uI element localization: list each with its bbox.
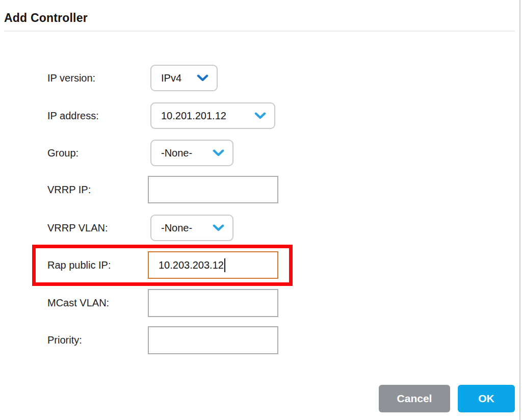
vrrp-ip-label: VRRP IP: <box>47 176 91 203</box>
page-title: Add Controller <box>4 11 88 25</box>
rap-public-ip-input[interactable]: 10.203.203.12 <box>148 251 278 279</box>
chevron-down-icon <box>254 112 266 119</box>
vrrp-vlan-select[interactable]: -None- <box>150 215 233 241</box>
group-value: -None- <box>161 147 192 159</box>
mcast-vlan-label: MCast VLAN: <box>47 289 109 317</box>
priority-input[interactable] <box>148 326 278 354</box>
ok-button[interactable]: OK <box>458 385 515 412</box>
form-row-priority: Priority: <box>0 326 357 354</box>
priority-label: Priority: <box>47 326 82 354</box>
vrrp-vlan-value: -None- <box>161 222 192 234</box>
ip-address-label: IP address: <box>47 102 99 129</box>
form-row-ip-version: IP version: IPv4 <box>0 65 357 91</box>
cancel-button[interactable]: Cancel <box>379 385 450 412</box>
ip-version-label: IP version: <box>47 65 95 91</box>
chevron-down-icon <box>213 224 224 231</box>
form-row-vrrp-vlan: VRRP VLAN: -None- <box>0 215 357 241</box>
rap-public-ip-label: Rap public IP: <box>47 251 111 279</box>
window-right-edge <box>519 0 520 420</box>
form-row-ip-address: IP address: 10.201.201.12 <box>0 102 357 129</box>
chevron-down-icon <box>197 74 208 82</box>
ip-address-select[interactable]: 10.201.201.12 <box>150 102 275 129</box>
vrrp-vlan-label: VRRP VLAN: <box>47 215 108 241</box>
form-row-mcast-vlan: MCast VLAN: <box>0 289 357 317</box>
rap-public-ip-value: 10.203.203.12 <box>159 259 224 271</box>
form-row-vrrp-ip: VRRP IP: <box>0 176 357 203</box>
ip-version-value: IPv4 <box>161 72 181 84</box>
group-label: Group: <box>47 140 79 166</box>
ip-address-value: 10.201.201.12 <box>161 110 226 122</box>
chevron-down-icon <box>213 149 224 156</box>
title-divider <box>4 31 515 32</box>
form-row-rap-public-ip: Rap public IP: 10.203.203.12 <box>0 251 357 279</box>
text-caret <box>224 258 225 272</box>
group-select[interactable]: -None- <box>150 140 233 166</box>
form-row-group: Group: -None- <box>0 140 357 166</box>
mcast-vlan-input[interactable] <box>148 289 278 317</box>
ip-version-select[interactable]: IPv4 <box>150 65 218 91</box>
vrrp-ip-input[interactable] <box>148 176 278 203</box>
